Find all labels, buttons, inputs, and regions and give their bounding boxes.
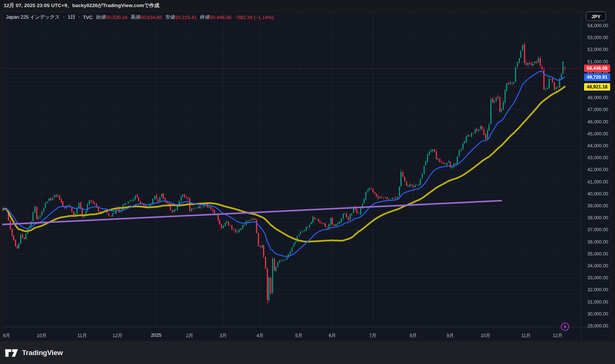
price-axis-label: 40,000.00 xyxy=(587,191,614,197)
footer-bar: TradingView xyxy=(0,342,615,364)
lightning-badge-button[interactable] xyxy=(561,322,569,331)
price-axis-label: 53,000.00 xyxy=(587,35,614,41)
time-axis-label: 2月 xyxy=(178,333,201,339)
price-axis-label: 30,000.00 xyxy=(587,311,614,317)
time-axis-label: 4月 xyxy=(249,333,271,339)
currency-button[interactable]: JPY xyxy=(586,12,606,21)
legend-separator: ・ xyxy=(77,14,81,21)
tradingview-wordmark[interactable]: TradingView xyxy=(22,349,63,357)
price-axis-label: 38,000.00 xyxy=(587,215,614,221)
time-axis-label: 12月 xyxy=(546,333,569,339)
time-axis-label: 6月 xyxy=(321,333,343,339)
close-value: 50,446.08 xyxy=(210,15,231,20)
price-axis-label: 36,000.00 xyxy=(587,239,614,245)
interval-label[interactable]: 1日 xyxy=(68,14,75,21)
high-value: 50,634.85 xyxy=(140,15,162,20)
time-axis-label: 7月 xyxy=(362,333,384,339)
ma-fast-label: 49,720.91 xyxy=(584,73,610,81)
price-axis-label: 32,000.00 xyxy=(587,287,614,293)
time-axis-label: 9月 xyxy=(0,333,18,339)
price-axis-label: 34,000.00 xyxy=(587,263,614,269)
time-axis-label: 5月 xyxy=(288,333,310,339)
price-axis-label: 37,000.00 xyxy=(587,227,614,233)
time-axis-label: 10月 xyxy=(31,333,53,339)
change-value: −582.34 (−1.14%) xyxy=(235,15,274,20)
price-axis-label: 47,000.00 xyxy=(587,107,614,113)
price-axis-label: 46,000.00 xyxy=(587,119,614,125)
low-label: 安値 xyxy=(165,14,175,21)
price-axis-label: 31,000.00 xyxy=(587,299,614,305)
legend-separator: ・ xyxy=(61,14,66,21)
tradingview-chart-page: 12月 07, 2025 23:05 UTC+9、backy0226がTradi… xyxy=(0,0,615,364)
open-value: 50,530.34 xyxy=(106,15,127,20)
time-axis-label: 9月 xyxy=(439,333,461,339)
exchange-label: TVC xyxy=(83,15,93,20)
low-value: 50,215.41 xyxy=(175,15,197,20)
high-label: 高値 xyxy=(131,14,140,21)
price-axis-label: 42,000.00 xyxy=(587,167,614,173)
symbol-legend[interactable]: Japan 225 インデックス・1日・TVC 始値50,530.34 高値50… xyxy=(6,14,274,21)
time-axis-label: 10月 xyxy=(474,333,497,339)
price-axis-label: 33,000.00 xyxy=(587,275,614,281)
price-axis-label: 39,000.00 xyxy=(587,203,614,209)
price-axis-label: 51,000.00 xyxy=(587,59,614,65)
time-axis-label: 2025 xyxy=(145,333,168,338)
candlestick-chart[interactable] xyxy=(0,0,615,364)
lightning-bolt-icon xyxy=(564,324,566,329)
close-label: 終値 xyxy=(200,14,210,21)
price-axis-label: 54,000.00 xyxy=(587,23,614,29)
price-axis-label: 45,000.00 xyxy=(587,131,614,137)
price-axis-label: 43,000.00 xyxy=(587,155,614,161)
last-price-label: 50,446.08 xyxy=(584,65,610,72)
time-axis-label: 8月 xyxy=(402,333,424,339)
open-label: 始値 xyxy=(96,14,106,21)
price-axis-label: 52,000.00 xyxy=(587,47,614,53)
price-axis-label: 48,000.00 xyxy=(587,95,614,101)
price-axis-label: 35,000.00 xyxy=(587,251,614,257)
tradingview-logo-icon[interactable] xyxy=(4,348,19,358)
symbol-name[interactable]: Japan 225 インデックス xyxy=(6,14,60,21)
ma-slow-label: 48,921.18 xyxy=(584,83,610,91)
price-axis-label: 29,000.00 xyxy=(587,323,614,329)
time-axis-label: 11月 xyxy=(71,333,93,339)
time-axis-label: 12月 xyxy=(106,333,129,339)
price-axis-label: 44,000.00 xyxy=(587,143,614,149)
time-axis-label: 3月 xyxy=(212,333,234,339)
price-axis-label: 41,000.00 xyxy=(587,179,614,185)
time-axis-label: 11月 xyxy=(515,333,537,339)
